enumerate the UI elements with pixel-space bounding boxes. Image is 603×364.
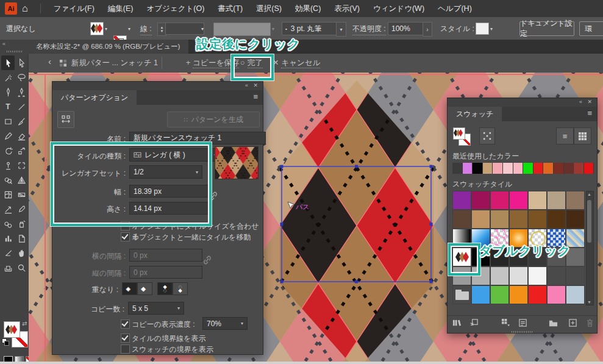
selection-tool[interactable] <box>1 55 15 70</box>
home-icon[interactable]: ⌂ <box>22 3 28 14</box>
swatch[interactable] <box>471 210 490 229</box>
mesh-tool[interactable] <box>1 187 15 202</box>
overlap-right-front-button[interactable]: ◇◆ <box>137 282 152 295</box>
gradient-tool[interactable] <box>15 187 28 202</box>
mini-fill-stroke[interactable] <box>453 127 474 147</box>
save-copy-button[interactable]: +コピーを保存 <box>186 58 239 68</box>
swatch-kinds-icon[interactable] <box>501 318 510 329</box>
document-tab[interactable]: 名称未設定-2* @ 686.09 % (RGB/プレビュー) <box>29 40 188 54</box>
panel-resize-grip[interactable] <box>512 331 533 333</box>
swap-fill-stroke-icon[interactable]: ⇄ <box>22 320 27 327</box>
swatch[interactable] <box>509 191 528 210</box>
column-graph-tool[interactable] <box>1 231 15 246</box>
show-swatch-bounds-checkbox[interactable] <box>121 344 130 354</box>
swatch[interactable] <box>566 210 585 229</box>
swatch[interactable] <box>452 191 471 210</box>
height-input[interactable]: 14.14 px <box>129 202 210 215</box>
stroke-chevron-icon[interactable]: ▾ <box>128 26 130 32</box>
artboard-tool[interactable] <box>15 231 28 246</box>
free-transform-tool[interactable] <box>15 158 28 173</box>
preferences-button[interactable]: 環 <box>579 21 603 36</box>
scale-tool[interactable] <box>15 143 28 158</box>
stroke-weight-label[interactable]: 線 : <box>140 24 152 35</box>
scroll-up-icon[interactable]: ▲ <box>587 192 592 196</box>
type-tool[interactable]: T <box>1 99 15 114</box>
overlap-top-front-button[interactable]: ◆◇ <box>157 282 173 295</box>
tile-type-dropdown[interactable]: レンガ ( 横 )▾ <box>129 148 221 162</box>
swatch[interactable] <box>547 191 566 210</box>
list-view-button[interactable]: ≡ <box>556 127 574 145</box>
swatch[interactable] <box>547 285 566 304</box>
perspective-grid-tool[interactable] <box>15 173 28 187</box>
shaper-tool[interactable] <box>1 129 15 143</box>
menu-item[interactable]: 効果(C) <box>288 0 327 17</box>
overlap-bottom-front-button[interactable]: ◇◆ <box>173 282 188 295</box>
pen-tool[interactable] <box>1 85 15 99</box>
swatch[interactable] <box>471 285 490 304</box>
swatch[interactable] <box>490 285 509 304</box>
toolbar-grip[interactable] <box>7 51 22 52</box>
menu-item[interactable]: 表示(V) <box>327 0 366 17</box>
symbol-sprayer-tool[interactable] <box>15 216 28 231</box>
grid-view-button[interactable] <box>574 127 591 145</box>
swatch-libraries-icon[interactable] <box>452 318 462 329</box>
close-panel-icon[interactable]: ✕ <box>253 82 258 88</box>
show-tile-edge-label[interactable]: タイルの境界線を表示 <box>132 334 205 344</box>
swatch[interactable] <box>528 210 547 229</box>
eyedropper-tool[interactable] <box>15 202 28 216</box>
swatch[interactable] <box>509 210 528 229</box>
fill-color-indicator[interactable] <box>453 127 465 140</box>
show-swatch-bounds-label[interactable]: スウォッチの境界を表示 <box>132 344 213 355</box>
brush-definition-field[interactable]: •3 pt. 丸筆 <box>282 22 343 35</box>
recent-color-swatch[interactable] <box>503 163 513 174</box>
blend-tool[interactable] <box>1 216 15 231</box>
recent-color-swatch[interactable] <box>523 163 533 174</box>
recent-color-swatch[interactable] <box>473 163 483 174</box>
recent-color-swatch[interactable] <box>564 163 574 174</box>
recent-color-swatch[interactable] <box>513 163 524 174</box>
swatch[interactable] <box>490 210 509 229</box>
shape-builder-tool[interactable] <box>1 173 15 187</box>
rotate-tool[interactable] <box>1 143 15 158</box>
eraser-tool[interactable] <box>15 129 28 143</box>
menu-item[interactable]: 選択(S) <box>249 0 288 17</box>
swatch[interactable] <box>509 266 528 285</box>
curvature-tool[interactable] <box>15 85 28 99</box>
swatch[interactable] <box>490 191 509 210</box>
swatch[interactable] <box>452 285 471 304</box>
lasso-tool[interactable] <box>15 70 28 85</box>
recent-color-swatch[interactable] <box>584 163 594 174</box>
opacity-label[interactable]: 不透明度 : <box>352 24 386 35</box>
swatch[interactable] <box>452 248 471 266</box>
brick-offset-dropdown[interactable]: 1/2▾ <box>129 165 202 179</box>
magic-wand-tool[interactable] <box>1 70 15 85</box>
dim-copies-checkbox[interactable] <box>121 319 130 329</box>
menu-item[interactable]: 書式(T) <box>211 0 249 17</box>
scroll-down-icon[interactable]: ▼ <box>587 300 592 304</box>
move-tile-checkbox[interactable] <box>121 232 130 241</box>
new-swatch-icon[interactable] <box>568 318 577 329</box>
swatch[interactable] <box>566 191 585 210</box>
swatch[interactable] <box>471 266 490 285</box>
style-swatch[interactable] <box>476 23 489 35</box>
recent-color-swatch[interactable] <box>452 163 463 174</box>
width-tool[interactable] <box>1 158 15 173</box>
new-color-group-icon[interactable] <box>549 318 558 329</box>
cancel-button[interactable]: ✕キャンセル <box>273 58 320 68</box>
panel-menu-icon[interactable]: ≡ <box>587 109 592 118</box>
swatch[interactable] <box>566 266 585 285</box>
recent-color-swatch[interactable] <box>533 163 544 174</box>
scrollbar-thumb[interactable] <box>587 200 591 243</box>
swatch[interactable] <box>509 285 528 304</box>
menu-item[interactable]: オブジェクト(O) <box>140 0 211 17</box>
swatch[interactable] <box>452 266 471 285</box>
show-tile-edge-checkbox[interactable] <box>121 334 130 343</box>
tab-swatches[interactable]: スウォッチ <box>448 107 502 121</box>
stroke-weight-chevron-icon[interactable]: ▾ <box>201 26 204 32</box>
edit-pattern-button[interactable] <box>479 127 495 145</box>
fill-color-indicator[interactable] <box>4 321 20 338</box>
default-fill-stroke-icon[interactable] <box>2 338 9 345</box>
swatch[interactable] <box>471 191 490 210</box>
menu-item[interactable]: ウィンドウ(W) <box>366 0 431 17</box>
brush-chevron-icon[interactable]: ▾ <box>336 22 346 37</box>
